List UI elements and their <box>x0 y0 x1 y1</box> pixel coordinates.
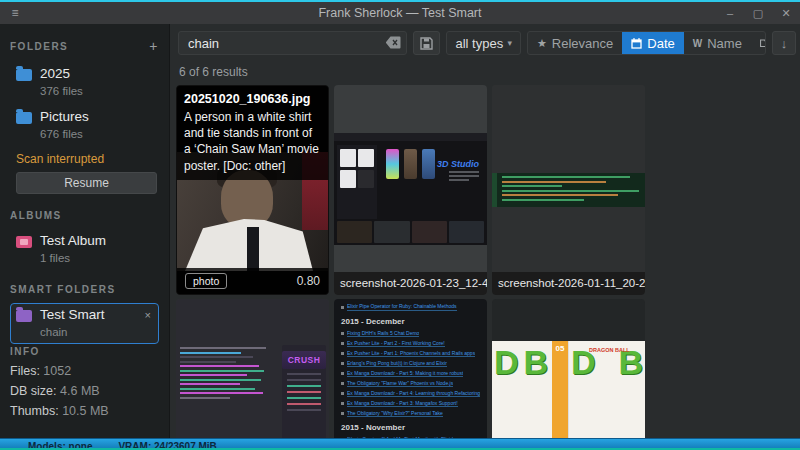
info-label: Files: <box>10 364 40 378</box>
result-filename: screenshot-2026-01-23_12-42-… <box>334 272 487 295</box>
sidebar: FOLDERS + 2025 376 files Pictures 676 fi… <box>0 24 170 440</box>
hamburger-menu-icon[interactable]: ≡ <box>0 6 30 20</box>
scan-status-text: Scan interrupted <box>16 152 159 166</box>
results-count: 6 of 6 results <box>170 61 800 85</box>
window-title: Frank Sherlock — Test Smart <box>0 6 800 20</box>
results-grid: 20251020_190636.jpg A person in a white … <box>170 85 800 440</box>
albums-section-header: ALBUMS <box>10 210 62 221</box>
sort-mode-segmented-control: ★ Relevance Date W Name Ty <box>527 31 766 55</box>
search-toolbar: all types ▾ ★ Relevance Date W Name <box>170 24 800 61</box>
cover-letter: B <box>523 343 548 382</box>
sidebar-item-album-test[interactable]: Test Album 1 files <box>10 229 159 270</box>
album-name: Test Album <box>40 233 106 248</box>
blog-link: Ex Manga Downloadr - Part 3: Mangafox Su… <box>341 401 480 408</box>
type-filter-dropdown[interactable]: all types ▾ <box>446 31 521 55</box>
save-smart-folder-button[interactable] <box>413 31 440 55</box>
sort-date-button[interactable]: Date <box>622 32 683 54</box>
letters-icon: W <box>693 38 702 49</box>
main-content: all types ▾ ★ Relevance Date W Name <box>170 24 800 440</box>
relevance-score: 0.80 <box>297 274 320 288</box>
result-card-screenshot[interactable]: CRUSH screenshot-2026-01-09_21-15-… <box>176 299 329 440</box>
info-label: DB size: <box>10 384 57 398</box>
add-folder-button[interactable]: + <box>149 38 159 54</box>
webpage-thumbnail: Elixir Pipe Operator for Ruby: Chainable… <box>334 299 487 440</box>
sidebar-item-folder-2025[interactable]: 2025 376 files <box>10 62 159 103</box>
maximize-button[interactable]: ▢ <box>744 2 772 24</box>
result-card-screenshot[interactable]: 3D Studio screenshot-2026-01-23_12-42-… <box>334 85 487 295</box>
blog-heading: 2015 - November <box>341 423 480 432</box>
smart-folder-name: Test Smart <box>40 307 105 322</box>
screenshot-thumbnail: 3D Studio <box>334 133 487 245</box>
info-value: 10.5 MB <box>62 404 109 418</box>
folder-name: Pictures <box>40 109 89 124</box>
album-count: 1 files <box>40 252 70 264</box>
result-filename: 20251020_190636.jpg <box>184 92 321 106</box>
blog-link: The Obligatory "Why Elixir?" Personal Ta… <box>341 411 480 418</box>
type-filter-value: all types <box>455 36 503 51</box>
album-icon <box>16 236 32 248</box>
type-badge: photo <box>185 273 227 289</box>
blog-link: Fixing DHH's Rails 5 Chat Demo <box>341 331 480 338</box>
calendar-icon <box>631 38 642 49</box>
smart-folder-query: chain <box>40 326 68 338</box>
sidebar-item-smart-folder[interactable]: Test Smart chain × <box>10 303 159 344</box>
blog-link: The Obligatory "Flame War" Phoenix vs No… <box>341 381 480 388</box>
thumbnail-text: CRUSH <box>282 351 326 369</box>
minimize-button[interactable]: – <box>716 2 744 24</box>
blog-link: Erlang's Ping Pong but(t) in Clojure and… <box>341 361 480 368</box>
folder-icon <box>16 69 32 81</box>
sidebar-item-folder-pictures[interactable]: Pictures 676 files <box>10 105 159 146</box>
gpu-status-bar: Models: none VRAM: 24/23607 MiB <box>0 438 800 450</box>
vram-status: VRAM: 24/23607 MiB <box>118 441 216 448</box>
result-card-screenshot[interactable]: screenshot-2026-01-11_20-28-2… <box>492 85 645 295</box>
titlebar: ≡ Frank Sherlock — Test Smart – ▢ ✕ <box>0 2 800 24</box>
blog-link: Ex Manga Downloadr - Part 5: Making it m… <box>341 371 480 378</box>
folder-icon <box>16 112 32 124</box>
result-card-photo[interactable]: 20251020_190636.jpg A person in a white … <box>176 85 329 295</box>
result-filename: screenshot-2026-01-11_20-28-2… <box>492 272 645 295</box>
blog-heading: 2015 - December <box>341 317 480 326</box>
result-card-manga[interactable]: D B 05 D B DRAGON BALL <box>492 299 645 440</box>
result-description: A person in a white shirt and tie stands… <box>184 109 321 174</box>
close-button[interactable]: ✕ <box>772 2 800 24</box>
star-icon: ★ <box>537 37 547 50</box>
sort-direction-button[interactable]: ↓ <box>772 31 796 55</box>
info-section: INFO Files: 1052 DB size: 4.6 MB Thumbs:… <box>10 346 159 438</box>
smart-folder-icon <box>16 310 32 322</box>
manga-cover-thumbnail: D B 05 D B DRAGON BALL <box>492 341 645 440</box>
folder-count: 676 files <box>40 128 83 140</box>
spine-volume-number: 05 <box>552 341 568 440</box>
resume-scan-button[interactable]: Resume <box>16 172 157 194</box>
info-label: Thumbs: <box>10 404 59 418</box>
blog-link: Elixir Pipe Operator for Ruby: Chainable… <box>347 304 457 311</box>
info-value: 4.6 MB <box>60 384 100 398</box>
screenshot-thumbnail: CRUSH <box>176 299 329 440</box>
sort-relevance-button[interactable]: ★ Relevance <box>528 32 622 54</box>
clear-search-icon[interactable] <box>386 36 401 49</box>
sort-type-button[interactable]: Type <box>751 32 766 54</box>
result-card-webpage[interactable]: Elixir Pipe Operator for Ruby: Chainable… <box>334 299 487 440</box>
folder-icon <box>760 38 766 48</box>
screenshot-thumbnail <box>492 85 645 272</box>
info-value: 1052 <box>43 364 71 378</box>
folder-count: 376 files <box>40 85 83 97</box>
sort-name-button[interactable]: W Name <box>684 32 751 54</box>
blog-link: Ex Manga Downloadr - Part 4: Learning th… <box>341 391 480 398</box>
remove-smart-folder-icon[interactable]: × <box>145 309 151 321</box>
smart-folders-section-header: SMART FOLDERS <box>10 284 116 295</box>
folders-section-header: FOLDERS <box>10 41 68 52</box>
info-section-header: INFO <box>10 346 159 357</box>
chevron-down-icon: ▾ <box>507 38 512 48</box>
manga-series-title: DRAGON BALL <box>589 347 630 353</box>
thumbnail-text: 3D Studio <box>437 159 479 169</box>
models-status: Models: none <box>28 441 92 448</box>
folder-name: 2025 <box>40 66 70 81</box>
search-input[interactable] <box>178 31 407 55</box>
cover-letter: D <box>494 343 519 382</box>
blog-link: Ex Pusher Lite - Part 1: Phoenix Channel… <box>341 351 480 358</box>
blog-link: Ex Pusher Lite - Part 2 - First Working … <box>341 341 480 348</box>
